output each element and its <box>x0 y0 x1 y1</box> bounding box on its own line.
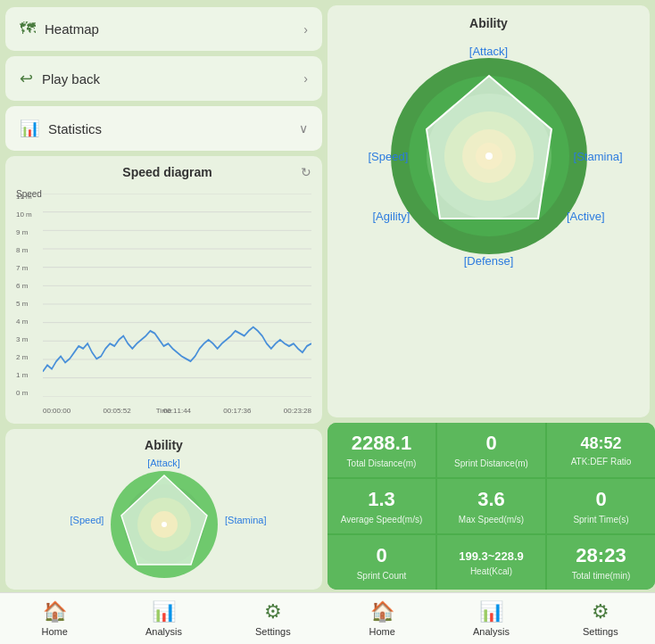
stat-label-avg-speed: Average Speed(m/s) <box>341 515 423 524</box>
stat-heat: 199.3~228.9 Heat(Kcal) <box>437 535 545 590</box>
speed-diagram-title: Speed diagram <box>34 165 301 179</box>
stat-value-total-time: 28:23 <box>576 544 626 567</box>
ability-title-left: Ability <box>145 438 183 452</box>
ability-title-right: Ability <box>469 16 508 30</box>
x-axis: 00:00:00 00:05:52 00:11:44 00:17:36 00:2… <box>43 407 311 415</box>
stat-label-total-distance: Total Distance(m) <box>347 458 417 468</box>
heatmap-icon: 🗺 <box>20 20 36 38</box>
svg-point-25 <box>485 153 493 160</box>
stat-value-atk-def-ratio: 48:52 <box>580 434 621 453</box>
stat-max-speed: 3.6 Max Speed(m/s) <box>437 479 545 533</box>
nav-analysis-left[interactable]: 📊 Analysis <box>137 600 190 637</box>
svg-point-17 <box>162 522 167 527</box>
active-label-right: [Active] <box>567 210 605 223</box>
heatmap-chevron: › <box>303 22 308 37</box>
stat-value-sprint-count: 0 <box>376 544 386 567</box>
playback-icon: ↩ <box>20 69 33 88</box>
home-label-left: Home <box>41 626 67 637</box>
speed-diagram-section: Speed diagram ↻ Speed 0 m 1 m 2 m 3 m 4 … <box>5 156 322 424</box>
defense-label-right: [Defense] <box>464 254 514 268</box>
settings-label-left: Settings <box>255 626 291 637</box>
stats-grid: 2288.1 Total Distance(m) 0 Sprint Distan… <box>328 423 655 590</box>
stat-avg-speed: 1.3 Average Speed(m/s) <box>328 479 435 533</box>
stat-total-distance: 2288.1 Total Distance(m) <box>328 423 435 477</box>
bottom-nav-left: 🏠 Home 📊 Analysis ⚙ Settings <box>0 592 328 644</box>
stamina-label-right: [Stamina] <box>574 150 623 163</box>
attack-label-right: [Attack] <box>469 45 508 58</box>
menu-item-left: 📊 Statistics <box>20 119 102 138</box>
nav-settings-right[interactable]: ⚙ Settings <box>574 600 627 637</box>
stat-label-sprint-count: Sprint Count <box>357 571 407 581</box>
bottom-nav-right: 🏠 Home 📊 Analysis ⚙ Settings <box>328 592 655 644</box>
stat-sprint-time: 0 Sprint Time(s) <box>547 479 655 533</box>
speed-chart-svg <box>43 194 311 397</box>
statistics-icon: 📊 <box>20 119 39 138</box>
y-axis: 0 m 1 m 2 m 3 m 4 m 5 m 6 m 7 m 8 m 9 m … <box>16 194 32 397</box>
radar-chart-right: [Attack] [Speed] [Stamina] [Agility] [Ac… <box>373 40 605 272</box>
stat-label-total-time: Total time(min) <box>572 571 631 581</box>
stat-sprint-distance: 0 Sprint Distance(m) <box>437 423 545 477</box>
nav-home-right[interactable]: 🏠 Home <box>355 600 409 637</box>
nav-home-left[interactable]: 🏠 Home <box>28 600 81 637</box>
agility-label-right: [Agility] <box>373 210 410 223</box>
stat-label-sprint-distance: Sprint Distance(m) <box>454 458 528 468</box>
ability-section-right: Ability [Attack] [Speed] [Stamina] [Agil… <box>328 5 650 417</box>
stat-value-heat: 199.3~228.9 <box>459 549 524 563</box>
statistics-chevron: ∨ <box>299 121 308 136</box>
nav-settings-left[interactable]: ⚙ Settings <box>246 600 300 637</box>
analysis-label-left: Analysis <box>145 626 182 637</box>
menu-item-statistics[interactable]: 📊 Statistics ∨ <box>5 106 322 151</box>
speed-label-right: [Speed] <box>369 150 409 163</box>
stat-label-heat: Heat(Kcal) <box>470 566 512 576</box>
stamina-label-left: [Stamina] <box>225 515 266 525</box>
stat-label-atk-def-ratio: ATK:DEF Ratio <box>571 457 632 466</box>
ability-section-left: Ability [Attack] [Speed] [Stamina] <box>5 429 322 590</box>
playback-chevron: › <box>303 71 308 86</box>
stat-value-avg-speed: 1.3 <box>368 488 395 511</box>
playback-label: Play back <box>42 71 100 87</box>
menu-item-left: 🗺 Heatmap <box>20 20 99 38</box>
stat-sprint-count: 0 Sprint Count <box>328 535 435 590</box>
analysis-icon-right: 📊 <box>479 600 503 623</box>
stat-value-total-distance: 2288.1 <box>352 432 411 455</box>
speed-diagram-header: Speed diagram ↻ <box>16 165 311 179</box>
analysis-icon-left: 📊 <box>152 600 176 623</box>
home-icon-left: 🏠 <box>43 600 67 623</box>
stat-label-max-speed: Max Speed(m/s) <box>459 515 524 524</box>
settings-icon-left: ⚙ <box>264 600 282 623</box>
statistics-label: Statistics <box>48 121 102 136</box>
refresh-icon[interactable]: ↻ <box>301 165 311 179</box>
chart-area: Speed 0 m 1 m 2 m 3 m 4 m 5 m 6 m 7 m 8 … <box>16 185 311 415</box>
menu-item-left: ↩ Play back <box>20 69 100 88</box>
speed-label-left: [Speed] <box>70 515 104 525</box>
left-panel: 🗺 Heatmap › ↩ Play back › 📊 Statistics ∨… <box>0 0 328 644</box>
home-icon-right: 🏠 <box>370 600 394 623</box>
stat-label-sprint-time: Sprint Time(s) <box>573 515 628 524</box>
heatmap-label: Heatmap <box>45 21 99 37</box>
settings-icon-right: ⚙ <box>592 600 609 623</box>
stat-atk-def-ratio: 48:52 ATK:DEF Ratio <box>547 423 655 477</box>
nav-analysis-right[interactable]: 📊 Analysis <box>464 600 518 637</box>
stat-total-time: 28:23 Total time(min) <box>547 535 655 590</box>
stat-value-sprint-time: 0 <box>595 488 606 511</box>
radar-chart-left: [Attack] [Speed] [Stamina] <box>75 458 253 582</box>
menu-item-heatmap[interactable]: 🗺 Heatmap › <box>5 7 322 51</box>
menu-item-playback[interactable]: ↩ Play back › <box>5 56 322 101</box>
analysis-label-right: Analysis <box>473 626 510 637</box>
right-panel: Ability [Attack] [Speed] [Stamina] [Agil… <box>328 0 655 644</box>
chart-canvas <box>43 194 311 397</box>
home-label-right: Home <box>369 626 394 637</box>
time-axis-label: Time <box>156 407 171 415</box>
stat-value-max-speed: 3.6 <box>477 488 505 511</box>
attack-label-left: [Attack] <box>147 458 180 468</box>
settings-label-right: Settings <box>583 626 618 637</box>
stat-value-sprint-distance: 0 <box>485 432 496 455</box>
